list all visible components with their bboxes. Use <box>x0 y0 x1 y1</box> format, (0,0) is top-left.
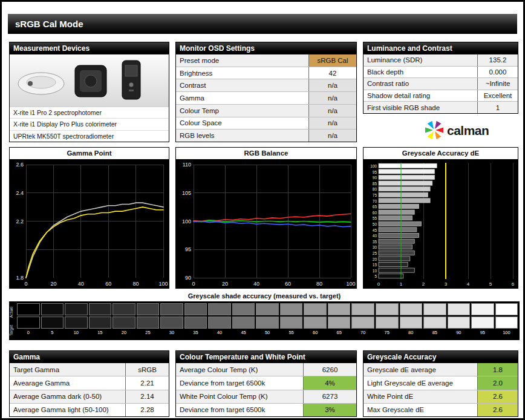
de-bar-20 <box>379 257 410 261</box>
status-badge: 3% <box>303 404 356 416</box>
table-row: Shadow detail ratingExcellent <box>364 90 518 102</box>
actual-shade-swatch <box>89 303 112 315</box>
row-value: 6260 <box>303 363 356 376</box>
row-value: 2.14 <box>125 390 169 403</box>
actual-shade-swatch <box>184 303 207 315</box>
table-row: First visible RGB shade1 <box>364 101 518 113</box>
table-row: Deviance from target 6500k3% <box>176 403 356 416</box>
swatch-level-label: 25 <box>137 330 160 336</box>
target-shade-swatch <box>304 317 327 329</box>
de-bar-15 <box>379 262 408 266</box>
x-tick-label: 4 <box>467 281 470 287</box>
swatch-level-label: 5 <box>41 330 64 336</box>
x-tick-label: 20 <box>222 281 228 287</box>
greyscale-swatch-10: 10 <box>65 303 88 340</box>
y-tick-label: 45 <box>373 228 377 232</box>
de-bar-95 <box>379 169 435 174</box>
greyscale-swatch-25: 25 <box>137 303 160 340</box>
calman-logo-text: calman <box>447 123 489 137</box>
status-badge: 2.6 <box>477 404 518 416</box>
target-shade-swatch <box>65 317 88 329</box>
device-name: X-rite i1 Pro 2 spectrophotomer <box>10 107 169 118</box>
row-value: 42 <box>308 67 356 79</box>
actual-shade-swatch <box>471 303 494 315</box>
de-bar-35 <box>379 239 414 243</box>
target-shade-swatch <box>137 317 160 329</box>
x-tick-label: 6 <box>512 281 515 287</box>
de-bar-30 <box>379 245 412 249</box>
row-label: Average Gamma dark (0-50) <box>10 390 125 403</box>
target-shade-swatch <box>41 317 64 329</box>
actual-shade-swatch <box>400 303 423 315</box>
target-shade-swatch <box>17 317 40 329</box>
target-row-label: Target <box>9 321 17 340</box>
greyscale-swatch-35: 35 <box>184 303 207 340</box>
greyscale-swatch-90: 90 <box>448 303 471 340</box>
de-bar-75 <box>379 192 428 197</box>
de-bar-45 <box>379 228 417 232</box>
table-row: Colour Tempn/a <box>176 104 356 117</box>
target-shade-swatch <box>448 317 471 329</box>
de-bar-40 <box>379 233 419 237</box>
de-bar-65 <box>379 204 419 208</box>
actual-shade-swatch <box>65 303 88 315</box>
gamma-point-chart: 0204060801002.62.42.21.8 <box>10 160 169 288</box>
actual-shade-swatch <box>256 303 279 315</box>
row-value: sRGB <box>125 363 169 376</box>
row-label: Preset mode <box>176 54 308 67</box>
greyscale-de-chart-title: Greyscale Accuracy dE <box>364 148 518 160</box>
x-tick-label: 1 <box>400 281 403 287</box>
target-shade-swatch <box>256 317 279 329</box>
swatch-level-label: 65 <box>328 330 351 336</box>
x-tick-label: 40 <box>78 281 84 287</box>
calman-logo-graphic: calman <box>425 119 520 141</box>
y-tick-label: 95 <box>185 246 191 252</box>
x-tick-label: 80 <box>133 281 139 287</box>
table-row: Contrast ratio~Infinite <box>364 77 518 90</box>
greyscale-swatch-40: 40 <box>208 303 231 340</box>
y-tick-label: 1.8 <box>16 275 24 281</box>
row-value: n/a <box>308 92 356 104</box>
row-label: Max Greyscale dE <box>364 404 477 416</box>
report-page: sRGB Cal Mode Measurement Devices <box>0 0 525 420</box>
row-value: 0.000 <box>477 67 518 78</box>
target-shade-swatch <box>400 317 423 329</box>
colour-temp-header: Colour Temperature and White Point <box>176 351 356 363</box>
target-shade-swatch <box>471 317 494 329</box>
y-tick-label: 105 <box>182 190 191 196</box>
swatch-level-label: 100 <box>495 330 518 336</box>
row-label: Avearage Gamma <box>10 376 125 389</box>
target-shade-swatch <box>423 317 446 329</box>
greyscale-swatch-50: 50 <box>256 303 279 340</box>
actual-shade-swatch <box>137 303 160 315</box>
report-title-bar: sRGB Cal Mode <box>8 14 517 34</box>
y-tick-label: 100 <box>182 218 191 225</box>
y-tick-label: 80 <box>373 187 377 191</box>
swatch-level-label: 60 <box>304 330 327 336</box>
status-badge: 1.8 <box>477 363 518 376</box>
actual-shade-swatch <box>208 303 231 315</box>
actual-shade-swatch <box>41 303 64 315</box>
greyscale-swatch-15: 15 <box>89 303 112 340</box>
device-name: X-rite i1 Display Pro Plus colorimeter <box>10 118 169 130</box>
actual-row-label: Actual <box>9 303 17 321</box>
row-label: Black depth <box>364 67 477 78</box>
x-tick-label: 3 <box>445 281 448 287</box>
row-value: n/a <box>308 79 356 91</box>
greyscale-swatch-95: 95 <box>471 303 494 340</box>
table-row: Average Gamma light (50-100)2.28 <box>10 403 169 416</box>
greyscale-strip: Actual Target 05101520253035404550556065… <box>9 301 520 340</box>
gamma-summary-table: Target GammasRGB Avearage Gamma2.21 Aver… <box>10 363 169 416</box>
actual-shade-swatch <box>304 303 327 315</box>
greyscale-swatch-65: 65 <box>328 303 351 340</box>
row-label: Colour Temp <box>176 105 308 117</box>
swatch-level-label: 70 <box>351 330 374 336</box>
x-tick-label: 100 <box>158 281 168 287</box>
swatch-level-label: 0 <box>17 330 40 336</box>
y-tick-label: 75 <box>373 193 377 197</box>
de-bar-80 <box>379 187 430 191</box>
de-bar-50 <box>379 221 421 226</box>
actual-shade-swatch <box>351 303 374 315</box>
gamma-point-svg: 0204060801002.62.42.21.8 <box>10 160 169 288</box>
table-row: Luminance (SDR)135.2 <box>364 54 518 66</box>
